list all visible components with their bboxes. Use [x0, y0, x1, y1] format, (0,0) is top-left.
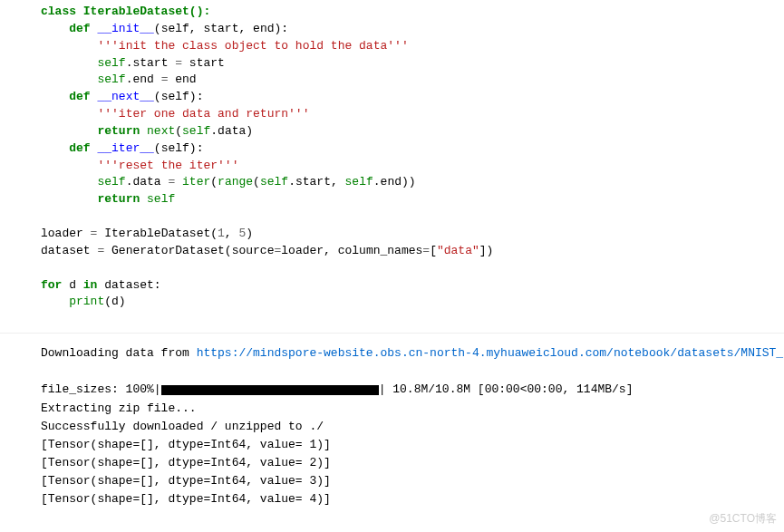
docstring: '''reset the iter'''	[97, 159, 238, 172]
bracket: [	[430, 244, 437, 257]
docstring: '''init the class object to hold the dat…	[97, 39, 408, 53]
number: 1	[218, 227, 225, 240]
self-kw: self	[260, 175, 288, 189]
code-line: '''reset the iter'''	[41, 158, 784, 175]
code-line: print(d)	[41, 294, 784, 311]
func-name: __next__	[97, 90, 153, 103]
progress-bar	[161, 385, 379, 395]
attr: .end))	[373, 175, 416, 189]
code-line: self.start = start	[41, 55, 784, 73]
progress-tail: | 10.8M/10.8M [00:00<00:00, 114MB/s]	[379, 382, 634, 396]
self-kw: self	[140, 192, 175, 206]
var: d	[62, 278, 82, 292]
kw-in: in	[83, 278, 98, 292]
attr: .data	[126, 175, 169, 189]
self-kw: self	[182, 124, 210, 138]
code-line: return self	[41, 191, 784, 208]
kw-return: return	[97, 192, 140, 206]
code-line	[41, 208, 784, 226]
code-line: dataset = GeneratorDataset(source=loader…	[41, 243, 784, 260]
download-url: https://mindspore-website.obs.cn-north-4…	[197, 346, 784, 360]
output-line	[41, 363, 784, 381]
kw-return: return	[97, 124, 140, 138]
self-kw: self	[97, 73, 125, 86]
self-kw: self	[345, 175, 373, 189]
watermark: @51CTO博客	[709, 511, 777, 527]
code-line: self.data = iter(range(self.start, self.…	[41, 174, 784, 191]
paren: (d)	[104, 295, 125, 308]
builtin-print: print	[69, 295, 104, 308]
output-line: Downloading data from https://mindspore-…	[41, 344, 784, 363]
builtin-range: range	[218, 175, 253, 189]
output-line: file_sizes: 100%|| 10.8M/10.8M [00:00<00…	[41, 381, 784, 399]
kw-def: def	[69, 141, 90, 155]
progress-label: file_sizes: 100%|	[41, 382, 161, 396]
self-kw: self	[97, 175, 125, 189]
code-line: def __iter__(self):	[41, 140, 784, 158]
self-kw: self	[97, 56, 125, 70]
code-line	[41, 260, 784, 277]
kw-def: def	[69, 90, 90, 103]
call: GeneratorDataset(source	[104, 244, 274, 257]
op: =	[175, 56, 182, 70]
code-line: for d in dataset:	[41, 277, 784, 295]
tensor-output: [Tensor(shape=[], dtype=Int64, value= 1)…	[41, 436, 784, 454]
params: (self):	[154, 141, 204, 155]
paren: (	[175, 124, 182, 138]
code-line: class IterableDataset():	[41, 4, 784, 21]
params: (self, start, end):	[154, 22, 288, 35]
code-block: class IterableDataset(): def __init__(se…	[0, 0, 784, 314]
output-line: Extracting zip file...	[41, 400, 784, 418]
var: end	[168, 73, 196, 86]
kw-class: class IterableDataset():	[41, 5, 210, 18]
code-line: return next(self.data)	[41, 123, 784, 140]
code-line: '''init the class object to hold the dat…	[41, 38, 784, 55]
code-line: def __init__(self, start, end):	[41, 21, 784, 38]
tensor-output: [Tensor(shape=[], dtype=Int64, value= 2)…	[41, 454, 784, 472]
kw-for: for	[41, 278, 62, 292]
tensor-output: [Tensor(shape=[], dtype=Int64, value= 3)…	[41, 472, 784, 490]
string: "data"	[437, 244, 479, 257]
docstring: '''iter one data and return'''	[97, 107, 309, 121]
output-block: Downloading data from https://mindspore-…	[0, 333, 784, 519]
paren: (	[210, 175, 218, 189]
kw-def: def	[69, 22, 90, 35]
attr: .start,	[288, 175, 344, 189]
builtin-iter: iter	[175, 175, 210, 189]
attr: .start	[126, 56, 176, 70]
comma: ,	[225, 227, 239, 240]
var: start	[182, 56, 225, 70]
attr: .end	[126, 73, 161, 86]
code-line: self.end = end	[41, 72, 784, 89]
code-line: def __next__(self):	[41, 89, 784, 106]
paren: (	[253, 175, 260, 189]
paren: )	[246, 227, 253, 240]
code-line: loader = IterableDataset(1, 5)	[41, 226, 784, 243]
tensor-output: [Tensor(shape=[], dtype=Int64, value= 4)…	[41, 490, 784, 508]
func-name: __init__	[97, 22, 153, 35]
download-prefix: Downloading data from	[41, 346, 197, 360]
var: dataset	[41, 244, 97, 257]
call: IterableDataset(	[97, 227, 218, 240]
attr: .data)	[210, 124, 253, 138]
arg: loader, column_names	[281, 244, 422, 257]
builtin-next: next	[140, 124, 175, 138]
var: loader	[41, 227, 91, 240]
var: dataset:	[97, 278, 160, 292]
op: =	[422, 244, 430, 257]
params: (self):	[154, 90, 204, 103]
bracket: ])	[479, 244, 494, 257]
output-line: Successfully downloaded / unzipped to ./	[41, 418, 784, 436]
code-line: '''iter one data and return'''	[41, 106, 784, 123]
func-name: __iter__	[97, 141, 153, 155]
